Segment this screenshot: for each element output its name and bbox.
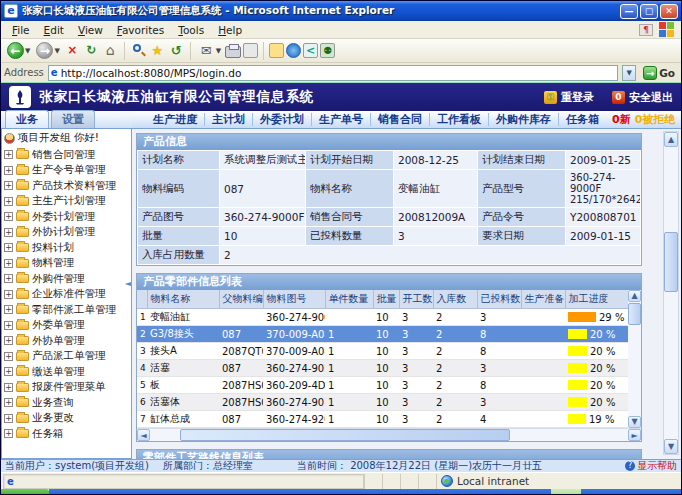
discuss-button[interactable] [269, 43, 284, 58]
sidebar-item[interactable]: +外购件管理 [4, 271, 131, 287]
menu-edit[interactable]: Edit [37, 23, 71, 37]
mail-button[interactable]: ✉▼ [196, 41, 223, 60]
table-row[interactable]: 7缸体总成087360-274-9200F11032419 % [137, 411, 630, 428]
sidebar-item[interactable]: +销售合同管理 [4, 147, 131, 163]
column-header[interactable]: 物料图号 [263, 290, 325, 309]
language-icon[interactable]: ¶ [639, 24, 653, 36]
nav-item-2[interactable]: 主计划 [204, 113, 252, 126]
scroll-left-icon[interactable]: ◄ [137, 429, 150, 441]
nav-item-6[interactable]: 工作看板 [429, 113, 488, 126]
expand-icon[interactable]: + [4, 259, 13, 268]
expand-icon[interactable]: + [4, 398, 13, 407]
sidebar-item[interactable]: +任务箱 [4, 426, 131, 442]
sidebar-item[interactable]: +缴送单管理 [4, 364, 131, 380]
splitter-collapse-icon[interactable]: ◄ [125, 279, 131, 288]
menu-help[interactable]: Help [211, 23, 249, 37]
relogin-button[interactable]: ⚿重登录 [544, 90, 594, 105]
sidebar-item[interactable]: +主生产计划管理 [4, 194, 131, 210]
table-row[interactable]: 5板2087HS002360-209-4D01011032820 % [137, 377, 630, 394]
menu-view[interactable]: View [71, 23, 110, 37]
sidebar-item[interactable]: +企业标准件管理 [4, 287, 131, 303]
expand-icon[interactable]: + [4, 290, 13, 299]
stop-button[interactable]: × [64, 42, 81, 59]
print-button[interactable] [225, 46, 241, 58]
table-row[interactable]: 2G3/8接头087370-009-A084011032820 % [137, 326, 630, 343]
sidebar-item[interactable]: +零部件派工单管理 [4, 302, 131, 318]
scroll-up-icon[interactable]: ▲ [628, 290, 641, 302]
forward-button[interactable]: →▼ [34, 41, 61, 60]
show-help-link[interactable]: ?显示帮助 [625, 459, 677, 473]
scroll-thumb[interactable] [180, 429, 510, 441]
go-button[interactable]: →Go [640, 66, 678, 80]
logout-button[interactable]: 0安全退出 [612, 90, 673, 105]
search-button[interactable] [130, 42, 147, 59]
expand-icon[interactable]: + [4, 383, 13, 392]
nav-item-4[interactable]: 生产单号 [311, 113, 370, 126]
scroll-down-icon[interactable]: ▼ [664, 439, 678, 454]
column-header[interactable]: 父物料编码 [219, 290, 263, 309]
sidebar-item[interactable]: +物料管理 [4, 256, 131, 272]
refresh-button[interactable]: ↻ [83, 42, 100, 59]
sidebar-item[interactable]: +业务更改 [4, 411, 131, 427]
expand-icon[interactable]: + [4, 212, 13, 221]
favorites-button[interactable]: ★ [149, 42, 166, 59]
address-input[interactable] [61, 67, 616, 79]
expand-icon[interactable]: + [4, 166, 13, 175]
menu-file[interactable]: File [5, 23, 37, 37]
messenger-button[interactable]: ⚉ [320, 43, 335, 58]
nav-item-3[interactable]: 外委计划 [252, 113, 311, 126]
history-button[interactable]: ↺ [168, 42, 185, 59]
expand-icon[interactable]: + [4, 429, 13, 438]
expand-icon[interactable]: + [4, 150, 13, 159]
menu-tools[interactable]: Tools [171, 23, 211, 37]
minimize-button[interactable]: — [620, 4, 638, 19]
expand-icon[interactable]: + [4, 367, 13, 376]
sidebar-item[interactable]: +业务查询 [4, 395, 131, 411]
browser-globe-button[interactable] [286, 43, 301, 58]
page-vertical-scrollbar[interactable]: ▲ ▼ [663, 131, 679, 455]
menu-favorites[interactable]: Favorites [110, 23, 171, 37]
sidebar-item[interactable]: +外协计划管理 [4, 225, 131, 241]
column-header[interactable]: 批量 [373, 290, 399, 309]
sidebar-item[interactable]: +产品技术资料管理 [4, 178, 131, 194]
address-dropdown[interactable]: ▼ [622, 65, 636, 81]
sidebar-item[interactable]: +报废件管理菜单 [4, 380, 131, 396]
table-row[interactable]: 3接头A2087QT002370-009-A085011032820 % [137, 343, 630, 360]
back-dropdown[interactable]: ▼ [25, 47, 30, 55]
column-header[interactable]: 物料名称 [147, 290, 219, 309]
sidebar-item[interactable]: +外委单管理 [4, 318, 131, 334]
sidebar-item[interactable]: +生产令号单管理 [4, 163, 131, 179]
scroll-up-icon[interactable]: ▲ [664, 132, 678, 147]
mail-dropdown[interactable]: ▼ [216, 47, 221, 55]
expand-icon[interactable]: + [4, 228, 13, 237]
back-button[interactable]: ←▼ [5, 41, 32, 60]
maximize-button[interactable]: ▢ [640, 4, 658, 19]
column-header[interactable]: 加工进度 [565, 290, 630, 309]
column-header[interactable]: 已投料数 [477, 290, 521, 309]
nav-item-5[interactable]: 销售合同 [370, 113, 429, 126]
scroll-right-icon[interactable]: ► [628, 429, 641, 441]
table-row[interactable]: 6活塞体2087HS002360-274-9011W11032320 % [137, 394, 630, 411]
column-header[interactable]: 生产准备 [521, 290, 565, 309]
expand-icon[interactable]: + [4, 181, 13, 190]
parts-vertical-scrollbar[interactable]: ▲ ▼ [628, 290, 641, 428]
plugin-button[interactable]: < [303, 43, 318, 58]
table-row[interactable]: 1变幅油缸360-274-9000F1032329 % [137, 309, 630, 326]
expand-icon[interactable]: + [4, 305, 13, 314]
table-row[interactable]: 4活塞087360-274-9010F11032320 % [137, 360, 630, 377]
start-button[interactable] [1, 489, 49, 495]
parts-horizontal-scrollbar[interactable]: ◄ ► [137, 428, 641, 441]
expand-icon[interactable]: + [4, 414, 13, 423]
home-button[interactable]: ⌂ [102, 42, 119, 59]
expand-icon[interactable]: + [4, 274, 13, 283]
sidebar-item[interactable]: +外委计划管理 [4, 209, 131, 225]
expand-icon[interactable]: + [4, 352, 13, 361]
nav-item-1[interactable]: 生产进度 [146, 113, 204, 126]
forward-dropdown[interactable]: ▼ [54, 47, 59, 55]
expand-icon[interactable]: + [4, 243, 13, 252]
sidebar-item[interactable]: +投料计划 [4, 240, 131, 256]
close-button[interactable]: ✕ [660, 4, 678, 19]
scroll-thumb[interactable] [628, 303, 641, 325]
sidebar-item[interactable]: +外协单管理 [4, 333, 131, 349]
expand-icon[interactable]: + [4, 197, 13, 206]
